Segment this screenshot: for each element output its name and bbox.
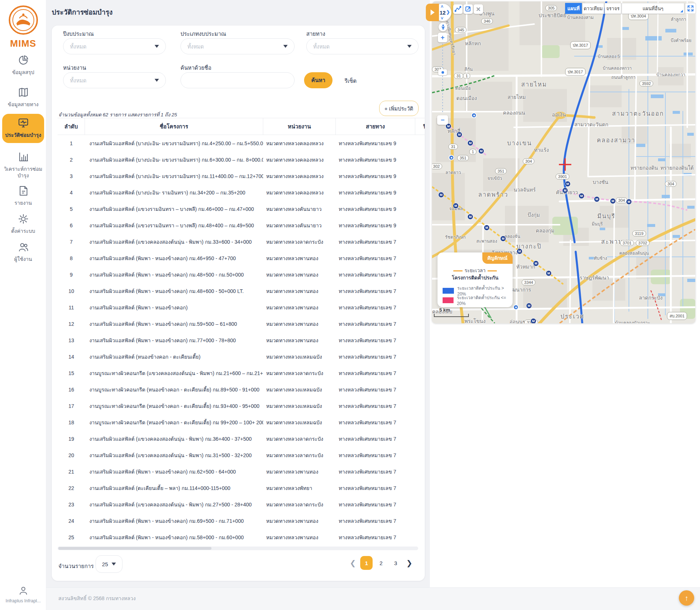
page-number-button[interactable]: 1 <box>360 556 373 570</box>
table-row[interactable]: 13งานเสริมผิวแอสฟัลต์ (พิมพา - หนองข้างค… <box>58 332 425 348</box>
table-row[interactable]: 2งานเสริมผิวแอสฟัลต์ (บางปะอิน- แขวงรามอ… <box>58 151 425 168</box>
table-cell: งานเสริมผิวแอสฟัลต์ (แขวงรามอินทรา – บาง… <box>85 221 263 229</box>
metro-station-icon: M <box>453 203 459 209</box>
scroll-to-top-button[interactable]: ↑ <box>679 590 694 606</box>
zoom-out-button[interactable]: − <box>437 115 448 125</box>
search-input[interactable] <box>180 72 295 88</box>
zoom-in-button[interactable]: + <box>438 33 447 42</box>
table-cell: 1 <box>58 140 85 146</box>
table-row[interactable]: 23งานเสริมผิวแอสฟัลต์ (แขวงคลองสองต้นนุ่… <box>58 496 425 513</box>
map-type-button[interactable]: จราจร <box>604 3 621 14</box>
table-row[interactable]: 11งานเสริมผิวแอสฟัลต์ (พิมพา - หนองข้างค… <box>58 299 425 316</box>
sidebar-item-summary[interactable]: ข้อมูลสรุป <box>2 55 44 76</box>
route-number-badge: ปท.3017 <box>570 41 591 49</box>
select-area-tool-button[interactable] <box>463 4 473 14</box>
map-type-button[interactable]: แผนที่ <box>565 3 582 14</box>
table-row[interactable]: 21งานเสริมผิวแอสฟัลต์ (พิมพา - หนองข้างค… <box>58 463 425 480</box>
fiscal-year-select[interactable]: ทั้งหมด <box>63 38 166 54</box>
metro-station-icon: M <box>546 270 552 276</box>
table-row[interactable]: 3งานเสริมผิวแอสฟัลต์ (บางปะอิน- แขวงรามอ… <box>58 168 425 184</box>
table-row[interactable]: 18งานบูรณะทางผิวคอนกรีต (หนองข้างคอก - ต… <box>58 414 425 431</box>
table-row[interactable]: 1งานเสริมผิวแอสฟัลต์ (บางปะอิน- แขวงรามอ… <box>58 135 425 151</box>
department-label: หน่วยงาน <box>63 63 86 72</box>
route-number-badge: 305 <box>545 5 557 11</box>
route-number-badge: 3702 <box>636 240 650 246</box>
table-cell: 2 <box>58 157 85 163</box>
map-type-button[interactable]: ดาวเทียม <box>582 3 604 14</box>
route-select[interactable]: ทั้งหมด <box>306 38 419 54</box>
search-button[interactable]: ค้นหา <box>304 72 332 88</box>
draw-polyline-tool-button[interactable] <box>453 4 463 14</box>
zoom-slider-handle[interactable] <box>438 69 447 75</box>
sidebar-user[interactable]: Infraplus Infrapl... <box>0 586 46 603</box>
zoom-slider-track[interactable] <box>442 44 443 114</box>
reset-button[interactable]: รีเซ็ต <box>345 77 357 85</box>
sidebar-item-maintenance-analysis[interactable]: วิเคราะห์การซ่อมบำรุง <box>2 151 44 179</box>
map-legend: สัญลักษณ์ ระยะเวลา โครงการติดค้ำประกัน ร… <box>438 252 513 307</box>
metro-station-icon: M <box>565 181 571 187</box>
route-number-badge: ปท.3017 <box>565 68 586 76</box>
table-horizontal-scrollbar[interactable] <box>58 547 418 550</box>
next-page-button[interactable]: ❯ <box>404 559 415 567</box>
panel-collapse-handle[interactable] <box>426 4 439 21</box>
page-size-select[interactable]: 25 <box>96 555 122 573</box>
table-row[interactable]: 7งานเสริมผิวแอสฟัลต์ (แขวงคลองสองต้นนุ่น… <box>58 233 425 250</box>
table-cell: ทางหลวงพิเศษหมายเลข 7 <box>336 402 415 410</box>
legend-tab[interactable]: สัญลักษณ์ <box>482 252 513 264</box>
table-cell: ทางหลวงพิเศษหมายเลข 7 <box>336 336 415 344</box>
table-cell: ทางหลวงพิเศษหมายเลข 7 <box>336 451 415 459</box>
table-row[interactable]: 10งานเสริมผิวแอสฟัลต์ (พิมพา - หนองข้างค… <box>58 283 425 299</box>
pegman-streetview-control[interactable] <box>439 23 447 31</box>
arrow-up-icon: ↑ <box>685 594 688 602</box>
table-row[interactable]: 25งานเสริมผิวแอสฟัลต์ (พิมพา - หนองข้างค… <box>58 529 425 545</box>
map-place-label: บึงคำพร้อย <box>671 37 692 44</box>
prev-page-button[interactable]: ❮ <box>347 559 358 567</box>
route-number-badge: 3119 <box>632 231 646 236</box>
rail-station-icon <box>449 155 454 161</box>
other-maps-select[interactable]: แผนที่อื่นๆ <box>622 3 684 14</box>
close-map-tool-button[interactable]: ✕ <box>474 4 483 14</box>
department-select[interactable]: ทั้งหมด <box>63 72 166 88</box>
sidebar-item-routes[interactable]: ข้อมูลสายทาง <box>2 87 44 108</box>
table-cell: งานบูรณะทางผิวคอนกรีต (หนองข้างคอก - ตะเ… <box>85 402 263 410</box>
map-place-label: ราษฎร์พัฒนา <box>580 274 609 282</box>
table-row[interactable]: 5งานเสริมผิวแอสฟัลต์ (แขวงรามอินทรา – บา… <box>58 201 425 217</box>
map-place-label: ทับช้าง <box>594 255 607 262</box>
table-row[interactable]: 6งานเสริมผิวแอสฟัลต์ (แขวงรามอินทรา – บา… <box>58 217 425 233</box>
map-place-label: คลองถนน <box>503 109 525 117</box>
table-row[interactable]: 17งานบูรณะทางผิวคอนกรีต (หนองข้างคอก - ต… <box>58 398 425 414</box>
map-place-label: บางชัน <box>593 178 608 186</box>
page-number-button[interactable]: 3 <box>389 556 402 570</box>
sidebar-item-reports[interactable]: รายงาน <box>2 185 44 206</box>
table-row[interactable]: 8งานเสริมผิวแอสฟัลต์ (พิมพา - หนองข้างคอ… <box>58 250 425 266</box>
table-row[interactable]: 9งานเสริมผิวแอสฟัลต์ (พิมพา - หนองข้างคอ… <box>58 266 425 283</box>
table-cell: 21 <box>58 469 85 475</box>
table-cell: 11 <box>58 305 85 310</box>
table-row[interactable]: 20งานเสริมผิวแอสฟัลต์ (แขวงคลองสองต้นนุ่… <box>58 447 425 463</box>
table-cell: หมวดทางหลวงลาดกระบัง <box>263 435 336 443</box>
legend-item: ระยะเวลาติดค้ำประกัน <= 20% <box>443 294 513 306</box>
fullscreen-button[interactable] <box>685 3 696 14</box>
budget-type-select[interactable]: ทั้งหมด <box>180 38 295 54</box>
sidebar-item-maintenance-history[interactable]: ประวัติซ่อมบำรุง <box>2 114 44 143</box>
table-row[interactable]: 16งานบูรณะทางผิวคอนกรีต (หนองข้างคอก - ต… <box>58 381 425 398</box>
route-number-badge: 1 <box>469 149 477 155</box>
map-scale-bar <box>434 314 469 317</box>
table-cell: หมวดทางหลวงลาดกระบัง <box>263 451 336 459</box>
table-row[interactable]: 24งานเสริมผิวแอสฟัลต์ (พิมพา - หนองข้างค… <box>58 513 425 529</box>
sidebar-item-users[interactable]: ผู้ใช้งาน <box>2 242 44 263</box>
table-row[interactable]: 12งานเสริมผิวแอสฟัลต์ (พิมพา - หนองข้างค… <box>58 316 425 332</box>
page-number-button[interactable]: 2 <box>375 556 387 570</box>
table-row[interactable]: 4งานเสริมผิวแอสฟัลต์ (บางปะอิน- รามอินทร… <box>58 184 425 201</box>
table-row[interactable]: 19งานเสริมผิวแอสฟัลต์ (แขวงคลองสองต้นนุ่… <box>58 431 425 447</box>
add-record-button[interactable]: + เพิ่มประวัติ <box>379 101 419 116</box>
column-header-name: ชื่อโครงการ <box>85 118 263 135</box>
table-cell: 4 <box>58 190 85 196</box>
table-row[interactable]: 14งานเสริมผิวแอสฟัลต์ (หนองข้างคอก - ตะเ… <box>58 348 425 365</box>
table-row[interactable]: 15งานบูรณะทางผิวคอนกรีต (แขวงคลองสองต้นน… <box>58 365 425 381</box>
table-cell: งานเสริมผิวแอสฟัลต์ (แขวงรามอินทรา – บาง… <box>85 205 263 213</box>
scrollbar-thumb[interactable] <box>58 547 211 550</box>
table-row[interactable]: 22งานเสริมผิวแอสฟัลต์ (ตะเคียนเตี้ย – พล… <box>58 480 425 496</box>
fullscreen-icon <box>687 5 694 12</box>
sidebar-item-settings[interactable]: ตั้งค่าระบบ <box>2 213 44 235</box>
